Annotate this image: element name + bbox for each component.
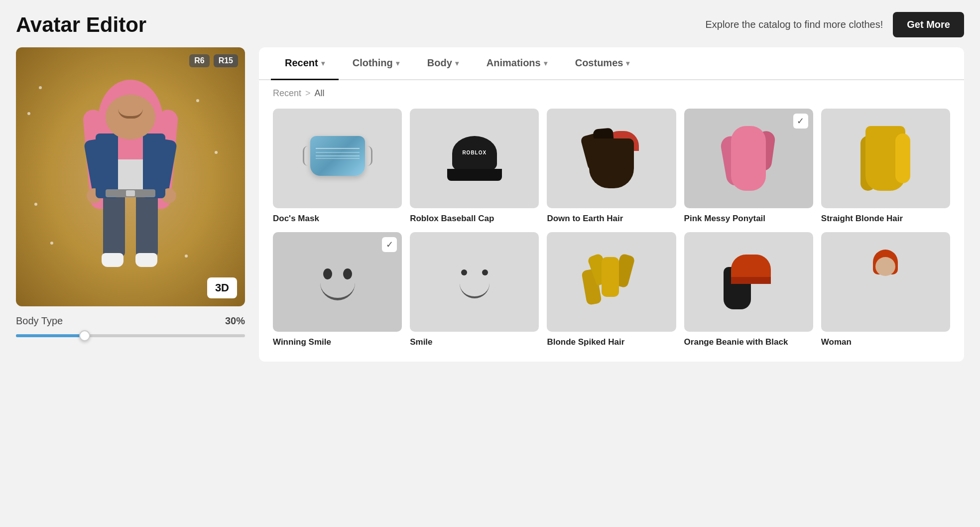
- tab-recent-chevron: ▾: [321, 59, 325, 67]
- catalog-tagline: Explore the catalog to find more clothes…: [705, 19, 883, 30]
- hair1-visual: [584, 129, 639, 188]
- avatar-jacket-left: [96, 133, 118, 198]
- tab-clothing[interactable]: Clothing ▾: [339, 47, 413, 80]
- body-type-label: Body Type: [16, 315, 219, 327]
- item-thumbnail: [821, 109, 950, 208]
- avatar-figure: [81, 80, 180, 274]
- item-thumbnail: [547, 232, 676, 332]
- item-name: Smile: [410, 337, 539, 348]
- item-name: Down to Earth Hair: [547, 213, 676, 224]
- item-thumbnail: ROBLOX: [410, 109, 539, 208]
- list-item[interactable]: ✓ Pink Messy Ponytail: [684, 109, 813, 224]
- item-selected-check: ✓: [793, 114, 808, 129]
- list-item[interactable]: Down to Earth Hair: [547, 109, 676, 224]
- spiked-visual: [584, 255, 639, 309]
- tab-body-label: Body: [427, 57, 452, 69]
- breadcrumb-current[interactable]: All: [315, 88, 325, 99]
- badge-r6: R6: [189, 54, 209, 67]
- tab-recent[interactable]: Recent ▾: [271, 47, 339, 80]
- tab-clothing-chevron: ▾: [396, 59, 399, 67]
- breadcrumb-separator: >: [305, 88, 311, 99]
- avatar-jacket-right: [143, 133, 165, 198]
- breadcrumb: Recent > All: [259, 80, 964, 99]
- badge-r15: R15: [214, 54, 238, 67]
- avatar-badges: R6 R15: [189, 54, 238, 67]
- slider-track: [16, 334, 245, 337]
- tab-animations-label: Animations: [487, 57, 541, 69]
- avatar-pants-right: [136, 192, 158, 257]
- item-name: Woman: [821, 337, 950, 348]
- tab-animations-chevron: ▾: [544, 59, 547, 67]
- list-item[interactable]: Straight Blonde Hair: [821, 109, 950, 224]
- main-content: R6 R15: [16, 47, 964, 362]
- tab-costumes-chevron: ▾: [626, 59, 629, 67]
- smile1-visual: [310, 255, 365, 309]
- item-thumbnail: [547, 109, 676, 208]
- item-name: Doc's Mask: [273, 213, 402, 224]
- tab-body[interactable]: Body ▾: [413, 47, 473, 80]
- tab-costumes-label: Costumes: [575, 57, 623, 69]
- header: Avatar Editor Explore the catalog to fin…: [16, 12, 964, 37]
- avatar-preview: R6 R15: [16, 47, 245, 306]
- blonde-visual: [858, 126, 913, 191]
- smile2-visual: [447, 255, 502, 309]
- list-item[interactable]: ROBLOX Roblox Baseball Cap: [410, 109, 539, 224]
- body-type-section: Body Type 30%: [16, 315, 245, 327]
- body-type-slider-thumb[interactable]: [79, 330, 90, 341]
- view-mode-badge[interactable]: 3D: [207, 277, 237, 298]
- item-thumbnail: ✓: [684, 109, 813, 208]
- tabs-bar: Recent ▾ Clothing ▾ Body ▾ Animations ▾ …: [259, 47, 964, 80]
- item-selected-check: ✓: [382, 237, 397, 252]
- item-name: Roblox Baseball Cap: [410, 213, 539, 224]
- list-item[interactable]: Woman: [821, 232, 950, 348]
- item-thumbnail: ✓: [273, 232, 402, 332]
- beanie-visual: [721, 255, 776, 309]
- item-thumbnail: [273, 109, 402, 208]
- item-thumbnail: [410, 232, 539, 332]
- header-right: Explore the catalog to find more clothes…: [705, 12, 964, 37]
- list-item[interactable]: ✓ Winning Smile: [273, 232, 402, 348]
- item-name: Orange Beanie with Black: [684, 337, 813, 348]
- item-name: Pink Messy Ponytail: [684, 213, 813, 224]
- breadcrumb-parent[interactable]: Recent: [273, 88, 301, 99]
- slider-fill: [16, 334, 85, 337]
- items-grid: Doc's Mask ROBLOX Roblox Baseball Cap: [259, 99, 964, 362]
- get-more-button[interactable]: Get More: [893, 12, 964, 37]
- list-item[interactable]: Doc's Mask: [273, 109, 402, 224]
- list-item[interactable]: Smile: [410, 232, 539, 348]
- body-type-percentage: 30%: [225, 315, 245, 327]
- item-name: Blonde Spiked Hair: [547, 337, 676, 348]
- tab-costumes[interactable]: Costumes ▾: [561, 47, 644, 80]
- avatar-belt-buckle: [126, 190, 135, 196]
- page-title: Avatar Editor: [16, 13, 146, 37]
- item-thumbnail: [684, 232, 813, 332]
- item-name: Straight Blonde Hair: [821, 213, 950, 224]
- list-item[interactable]: Blonde Spiked Hair: [547, 232, 676, 348]
- woman-visual: [863, 250, 908, 314]
- cap-visual: ROBLOX: [447, 136, 502, 181]
- tab-body-chevron: ▾: [455, 59, 459, 67]
- item-name: Winning Smile: [273, 337, 402, 348]
- item-thumbnail: [821, 232, 950, 332]
- avatar-shoe-left: [102, 253, 123, 267]
- body-type-slider-container: [16, 331, 245, 341]
- mask-visual: [310, 136, 365, 181]
- tab-animations[interactable]: Animations ▾: [473, 47, 561, 80]
- avatar-pants-left: [103, 192, 125, 257]
- avatar-shoe-right: [135, 253, 157, 267]
- left-panel: R6 R15: [16, 47, 245, 362]
- ponytail-visual: [721, 126, 776, 191]
- right-panel: Recent ▾ Clothing ▾ Body ▾ Animations ▾ …: [259, 47, 964, 362]
- page-container: Avatar Editor Explore the catalog to fin…: [0, 0, 980, 374]
- tab-recent-label: Recent: [285, 57, 318, 69]
- tab-clothing-label: Clothing: [353, 57, 393, 69]
- list-item[interactable]: Orange Beanie with Black: [684, 232, 813, 348]
